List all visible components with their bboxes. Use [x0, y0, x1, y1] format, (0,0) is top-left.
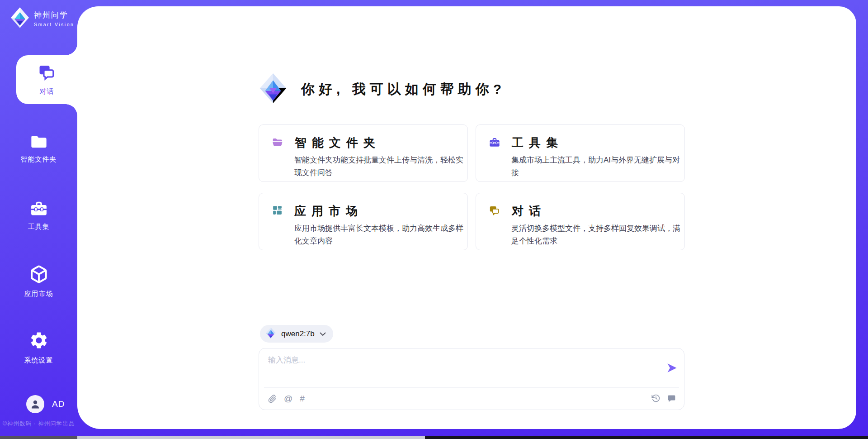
grid-icon [272, 205, 283, 218]
assistant-diamond-icon [259, 72, 288, 106]
model-diamond-icon [265, 327, 276, 341]
brand-name: 神州问学 [34, 10, 74, 20]
sidebar-item-chat[interactable]: 对话 [16, 55, 77, 104]
card-title: 对话 [512, 203, 546, 219]
app-logo: 神州问学 Smart Vision [10, 7, 74, 30]
chevron-down-icon [320, 330, 326, 338]
chat-bubbles-icon [38, 75, 57, 83]
card-title: 智能文件夹 [295, 135, 381, 151]
sidebar-item-settings[interactable]: 系统设置 [0, 330, 77, 365]
copyright-footer: ©神州数码 · 神州问学出品 [0, 420, 77, 428]
message-input[interactable] [268, 355, 657, 382]
sidebar-item-label: 工具集 [0, 223, 77, 231]
folder-icon [30, 143, 48, 151]
send-icon[interactable] [666, 362, 678, 376]
brand-diamond-icon [10, 7, 30, 30]
card-title: 工具集 [512, 135, 563, 151]
mention-at-icon[interactable]: @ [284, 394, 292, 404]
card-description: 灵活切换多模型文件，支持多样回复效果调试，满足个性化需求 [511, 222, 684, 248]
message-composer: @ # [259, 348, 684, 410]
sidebar-item-label: 系统设置 [0, 356, 77, 365]
card-title: 应用市场 [294, 203, 363, 219]
card-smart-folder[interactable]: 智能文件夹 智能文件夹功能支持批量文件上传与清洗，轻松实现文件问答 [259, 124, 468, 182]
greeting-block: 你好, 我可以如何帮助你? [259, 72, 505, 106]
sidebar-item-label: 应用市场 [0, 290, 77, 298]
brand-subtitle: Smart Vision [34, 22, 74, 27]
bottom-edge-scrollbar [77, 436, 425, 439]
sidebar-item-app-market[interactable]: 应用市场 [0, 265, 77, 298]
bottom-edge-left [0, 436, 77, 439]
greeting-title: 你好, 我可以如何帮助你? [301, 80, 505, 99]
composer-divider [264, 387, 679, 388]
toolbox-icon [489, 137, 500, 149]
gear-icon [29, 344, 49, 352]
card-description: 集成市场上主流工具，助力AI与外界无缝扩展与对接 [511, 154, 684, 179]
model-name: qwen2:7b [281, 329, 315, 339]
sidebar-item-label: 智能文件夹 [0, 155, 77, 164]
main-panel: 你好, 我可以如何帮助你? 智能文件夹 智能文件夹功能支持批量文件上传与清洗，轻… [77, 6, 856, 429]
attachment-paperclip-icon[interactable] [268, 394, 277, 404]
card-description: 智能文件夹功能支持批量文件上传与清洗，轻松实现文件问答 [294, 154, 467, 179]
bottom-edge-right [425, 436, 868, 439]
sidebar-item-label: 对话 [16, 87, 77, 96]
chat-bubbles-icon [489, 205, 500, 218]
sidebar-item-smart-folder[interactable]: 智能文件夹 [0, 134, 77, 164]
model-selector[interactable]: qwen2:7b [260, 325, 333, 343]
history-icon[interactable] [651, 394, 660, 403]
cube-icon [29, 277, 48, 285]
card-app-market[interactable]: 应用市场 应用市场提供丰富长文本模板，助力高效生成多样化文章内容 [259, 193, 468, 250]
topic-hash-icon[interactable]: # [300, 394, 305, 404]
card-toolset[interactable]: 工具集 集成市场上主流工具，助力AI与外界无缝扩展与对接 [476, 124, 685, 182]
user-account[interactable]: AD [26, 395, 65, 413]
card-description: 应用市场提供丰富长文本模板，助力高效生成多样化文章内容 [294, 222, 467, 248]
toolbox-icon [29, 210, 48, 218]
card-chat[interactable]: 对话 灵活切换多模型文件，支持多样回复效果调试，满足个性化需求 [476, 193, 685, 250]
sidebar-item-toolset[interactable]: 工具集 [0, 200, 77, 231]
sidebar: 神州问学 Smart Vision 对话 智能文件夹 [0, 0, 77, 439]
feature-cards: 智能文件夹 智能文件夹功能支持批量文件上传与清洗，轻松实现文件问答 工具集 集成… [259, 124, 685, 250]
avatar [26, 395, 44, 413]
folder-open-icon [272, 137, 283, 149]
user-initials: AD [52, 399, 65, 409]
comment-icon[interactable] [667, 394, 676, 403]
